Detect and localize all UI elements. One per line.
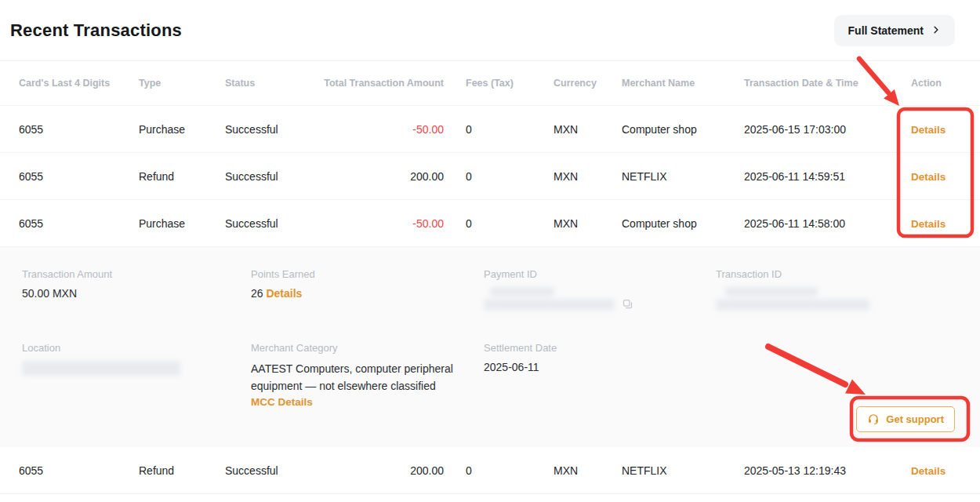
cell-type: Purchase: [139, 217, 225, 230]
cell-amount: -50.00: [309, 123, 444, 136]
points-earned-value: 26: [251, 287, 263, 300]
col-header-merchant: Merchant Name: [622, 78, 744, 89]
cell-currency: MXN: [554, 170, 622, 183]
points-details-link[interactable]: Details: [266, 287, 302, 300]
merchant-category-value: AATEST Computers, computer peripheral eq…: [251, 361, 472, 395]
get-support-label: Get support: [886, 413, 944, 425]
cell-fees: 0: [444, 464, 554, 477]
cell-currency: MXN: [554, 464, 622, 477]
col-header-datetime: Transaction Date & Time: [744, 78, 906, 89]
transaction-id-redacted-value: [716, 287, 961, 311]
cell-type: Refund: [139, 170, 225, 183]
copy-icon[interactable]: [622, 298, 633, 310]
cell-datetime: 2025-05-13 12:19:43: [744, 464, 906, 477]
cell-status: Successful: [225, 464, 309, 477]
page-header: Recent Transactions Full Statement: [0, 0, 980, 61]
chevron-right-icon: [931, 25, 941, 35]
cell-card: 6055: [19, 170, 139, 183]
row-details-link[interactable]: Details: [911, 465, 946, 477]
cell-amount: -50.00: [309, 217, 444, 230]
cell-merchant: Computer shop: [622, 123, 744, 136]
row-details-link[interactable]: Details: [911, 124, 946, 136]
cell-datetime: 2025-06-11 14:58:00: [744, 217, 906, 230]
cell-type: Purchase: [139, 123, 225, 136]
payment-id-redacted-value: [484, 287, 615, 311]
field-label: Location: [22, 342, 251, 354]
transactions-table: Card's Last 4 Digits Type Status Total T…: [0, 61, 980, 494]
cell-currency: MXN: [554, 217, 622, 230]
field-label: Merchant Category: [251, 342, 484, 354]
page-title: Recent Transactions: [10, 20, 182, 41]
field-points-earned: Points Earned 26 Details: [251, 268, 484, 311]
field-label: Transaction ID: [716, 268, 961, 280]
field-label: Transaction Amount: [22, 268, 251, 280]
cell-fees: 0: [444, 170, 554, 183]
location-redacted-value: [22, 361, 180, 376]
field-merchant-category: Merchant Category AATEST Computers, comp…: [251, 342, 484, 409]
field-label: Payment ID: [484, 268, 716, 280]
table-row-expanded: 6055 Purchase Successful -50.00 0 MXN Co…: [0, 199, 980, 246]
cell-fees: 0: [444, 217, 554, 230]
cell-status: Successful: [225, 217, 309, 230]
table-row: 6055 Purchase Successful -50.00 0 MXN Co…: [0, 105, 980, 152]
cell-type: Refund: [139, 464, 225, 477]
field-transaction-id: Transaction ID: [716, 268, 961, 311]
cell-merchant: Computer shop: [622, 217, 744, 230]
field-payment-id: Payment ID: [484, 268, 716, 311]
col-header-currency: Currency: [554, 78, 622, 89]
settlement-date-value: 2025-06-11: [484, 361, 716, 373]
cell-amount: 200.00: [309, 170, 444, 183]
table-row: 6055 Refund Successful 200.00 0 MXN NETF…: [0, 152, 980, 199]
cell-card: 6055: [19, 123, 139, 136]
cell-fees: 0: [444, 123, 554, 136]
table-row: 6055 Refund Successful 200.00 0 MXN NETF…: [0, 447, 980, 494]
row-details-link[interactable]: Details: [911, 171, 946, 183]
headset-icon: [867, 413, 880, 425]
field-label: Points Earned: [251, 268, 484, 280]
col-header-amount: Total Transaction Amount: [309, 78, 444, 89]
col-header-action: Action: [906, 78, 961, 89]
cell-merchant: NETFLIX: [622, 464, 744, 477]
cell-currency: MXN: [554, 123, 622, 136]
cell-status: Successful: [225, 123, 309, 136]
cell-card: 6055: [19, 217, 139, 230]
col-header-fees: Fees (Tax): [444, 78, 554, 89]
field-transaction-amount: Transaction Amount 50.00 MXN: [22, 268, 251, 311]
full-statement-label: Full Statement: [848, 24, 924, 37]
table-header-row: Card's Last 4 Digits Type Status Total T…: [0, 61, 980, 105]
cell-datetime: 2025-06-11 14:59:51: [744, 170, 906, 183]
cell-amount: 200.00: [309, 464, 444, 477]
mcc-details-link[interactable]: MCC Details: [251, 396, 313, 408]
transaction-amount-value: 50.00 MXN: [22, 287, 251, 300]
full-statement-button[interactable]: Full Statement: [834, 15, 955, 46]
cell-status: Successful: [225, 170, 309, 183]
cell-merchant: NETFLIX: [622, 170, 744, 183]
recent-transactions-page: Recent Transactions Full Statement Card'…: [0, 0, 980, 502]
field-settlement-date: Settlement Date 2025-06-11: [484, 342, 716, 409]
col-header-type: Type: [139, 78, 225, 89]
transaction-detail-panel: Transaction Amount 50.00 MXN Points Earn…: [0, 246, 980, 447]
get-support-button[interactable]: Get support: [856, 406, 955, 432]
cell-card: 6055: [19, 464, 139, 477]
cell-datetime: 2025-06-15 17:03:00: [744, 123, 906, 136]
field-location: Location: [22, 342, 251, 409]
row-details-link[interactable]: Details: [911, 218, 946, 230]
col-header-card: Card's Last 4 Digits: [19, 78, 139, 89]
field-label: Settlement Date: [484, 342, 716, 354]
col-header-status: Status: [225, 78, 309, 89]
